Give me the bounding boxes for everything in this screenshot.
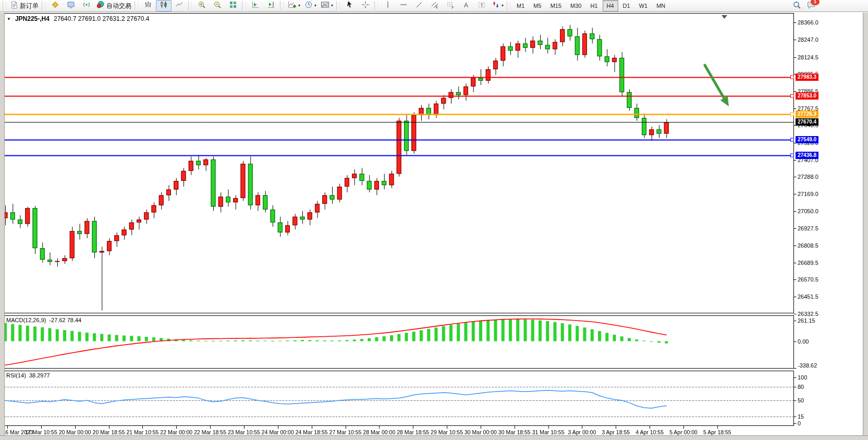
tile-windows-icon (229, 1, 237, 11)
search-icon[interactable] (792, 1, 801, 11)
zoom-out-button[interactable] (210, 0, 225, 11)
rsi-indicator-name: RSI(14) (6, 372, 26, 378)
time-axis-label: 5 Apr 00:00 (669, 429, 698, 435)
timeframe-button-D1[interactable]: D1 (619, 0, 634, 11)
indicators-button[interactable]: ▾ (286, 0, 302, 11)
text-label-tool-button[interactable]: T (474, 0, 490, 11)
rsi-panel-label: RSI(14) 38.2977 (6, 372, 50, 378)
add-indicator-icon (288, 1, 297, 11)
toolbar-grip[interactable] (507, 2, 510, 10)
time-axis-label: 20 Mar 00:00 (59, 429, 91, 435)
time-axis-label: 23 Mar 10:55 (228, 429, 260, 435)
time-axis-label: 24 Mar 18:55 (296, 429, 328, 435)
tile-windows-button[interactable] (225, 0, 241, 11)
level-line-handle[interactable] (790, 138, 794, 141)
horizontal-line-tool-button[interactable] (396, 0, 411, 11)
svg-text:F: F (452, 6, 454, 9)
equidistant-channel-icon: E (431, 1, 439, 11)
svg-text:A: A (464, 2, 468, 9)
toolbar-grip[interactable] (336, 2, 340, 10)
svg-text:T: T (481, 3, 484, 8)
timeframe-button-M5[interactable]: M5 (529, 0, 545, 11)
level-line-handle[interactable] (790, 76, 794, 79)
auto-scroll-icon (251, 1, 260, 11)
vertical-line-tool-button[interactable] (380, 0, 396, 11)
macd-axis-tick-label: 0.00 (798, 338, 809, 345)
zoom-in-button[interactable] (194, 0, 210, 11)
chart-shift-icon (267, 1, 275, 11)
timeframe-button-H1[interactable]: H1 (586, 0, 602, 11)
toolbar-grip[interactable] (135, 2, 138, 10)
one-click-trading-toggle-icon[interactable]: ▼ (7, 17, 11, 21)
rsi-axis-tick-label: 15 (798, 413, 804, 420)
cursor-tool-button[interactable] (342, 0, 358, 11)
time-axis-label: 22 Mar 00:00 (160, 429, 192, 435)
price-axis-tick-label: 26332.5 (798, 311, 818, 317)
arrows-tool-button[interactable]: ▾ (490, 0, 506, 11)
data-window-button[interactable] (63, 0, 79, 11)
price-axis-tick-label: 26808.5 (798, 242, 818, 249)
chart-shift-button[interactable] (263, 0, 279, 11)
timeframe-button-M15[interactable]: M15 (546, 0, 566, 11)
price-axis-tick-label: 27288.0 (798, 174, 818, 180)
fibonacci-tool-button[interactable]: F (443, 0, 458, 11)
new-order-button[interactable]: 新订单 (8, 0, 41, 11)
price-axis-tick-label: 28124.5 (798, 54, 818, 60)
toolbar-grip[interactable] (42, 2, 45, 10)
level-line-handle[interactable] (790, 154, 794, 157)
toolbar-grip[interactable] (374, 2, 378, 10)
toolbar-grip[interactable] (242, 2, 246, 10)
time-axis-label: 28 Mar 00:00 (363, 429, 395, 435)
level-line-handle[interactable] (790, 94, 794, 98)
timeframe-button-M1[interactable]: M1 (512, 0, 529, 11)
bar-chart-icon (144, 1, 152, 11)
current-price-tag: 27670.4 (796, 118, 818, 126)
price-axis-tick-label: 26451.5 (798, 294, 818, 300)
signals-button[interactable] (79, 0, 94, 11)
crosshair-tool-button[interactable] (358, 0, 373, 11)
rsi-axis-tick-label: 0 (798, 420, 801, 426)
indicators-caret-icon: ▾ (298, 4, 300, 8)
candlestick-chart-type-button[interactable] (156, 0, 172, 11)
toolbar-grip[interactable] (3, 2, 6, 10)
bar-chart-type-button[interactable] (140, 0, 156, 11)
time-axis-label: 31 Mar 10:55 (532, 429, 565, 435)
axis-labels-layer: 28366.028247.028124.528005.527886.527767… (0, 0, 868, 440)
gold-diamond-icon (51, 1, 59, 11)
trendline-tool-button[interactable] (411, 0, 427, 11)
timeframe-button-H4[interactable]: H4 (603, 0, 618, 11)
auto-trading-button[interactable]: 自动交易 (94, 0, 133, 11)
time-axis-label: 27 Mar 10:55 (329, 429, 362, 435)
timeframe-button-W1[interactable]: W1 (635, 0, 652, 11)
price-axis-tick-label: 26570.5 (798, 276, 818, 283)
notifications-button[interactable]: 1 (806, 1, 816, 11)
text-tool-button[interactable]: A (458, 0, 474, 11)
toolbar-grip[interactable] (280, 2, 284, 10)
new-order-icon (10, 1, 18, 11)
chart-ohlc-values: 27640.7 27691.0 27631.2 27670.4 (54, 15, 150, 22)
time-axis-label: 22 Mar 18:55 (194, 429, 226, 435)
level-line-handle[interactable] (790, 112, 794, 116)
toolbar-grip[interactable] (188, 2, 192, 10)
toolbar: 新订单 自动交易 (0, 0, 868, 12)
zoom-in-icon (198, 1, 206, 11)
market-watch-button[interactable] (47, 0, 63, 11)
auto-scroll-button[interactable] (248, 0, 263, 11)
templates-caret-icon: ▾ (331, 4, 333, 8)
time-axis-label: 17 Mar 10:55 (25, 429, 57, 435)
time-axis-label: 4 Apr 10:55 (635, 429, 664, 435)
vertical-line-icon (384, 1, 392, 11)
periods-button[interactable]: ▾ (302, 0, 319, 11)
timeframe-button-MN[interactable]: MN (652, 0, 669, 11)
trendline-icon (415, 1, 423, 11)
horizontal-line-icon (399, 1, 408, 11)
timeframe-button-M30[interactable]: M30 (566, 0, 585, 11)
templates-button[interactable]: ▾ (319, 0, 335, 11)
notification-badge: 1 (811, 0, 820, 5)
macd-axis-tick-label: -338.62 (798, 362, 817, 369)
macd-panel-label: MACD(12,26,9) -27.62 78.44 (6, 317, 81, 323)
window-right-edge[interactable] (863, 13, 868, 440)
equidistant-channel-tool-button[interactable]: E (427, 0, 443, 11)
periods-caret-icon: ▾ (314, 4, 316, 8)
line-chart-type-button[interactable] (172, 0, 187, 11)
